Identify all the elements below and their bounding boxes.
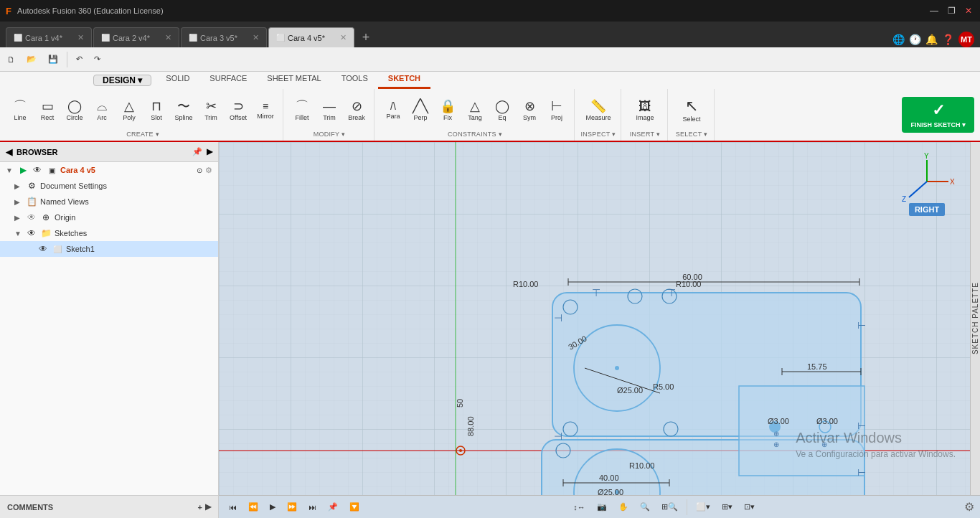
help-q-icon[interactable]: ❓ (942, 34, 954, 45)
play-btn[interactable]: ▶ (265, 498, 280, 517)
tree-item-sketches[interactable]: ▼ 👁 📁 Sketches (0, 225, 218, 241)
tree-item-named-views[interactable]: ▶ 📋 Named Views (0, 194, 218, 209)
mirror-tool[interactable]: ≡Mirror (253, 94, 278, 127)
tree-item-doc-settings[interactable]: ▶ ⚙ Document Settings (0, 178, 218, 194)
circle-tool[interactable]: ◯Circle (62, 94, 88, 127)
camera-btn[interactable]: 📷 (593, 498, 611, 517)
proj-constraint[interactable]: ⊢Proj (544, 94, 570, 127)
browser-pin[interactable]: 📌 (192, 147, 202, 156)
create-label[interactable]: CREATE ▾ (126, 131, 159, 139)
fillet-tool[interactable]: ⌒Fillet (289, 94, 315, 127)
camera-pin-btn[interactable]: 📌 (324, 498, 342, 517)
named-views-arrow[interactable]: ▶ (14, 198, 23, 206)
ribbon-tab-surface[interactable]: SURFACE (199, 72, 257, 89)
tab-cara3[interactable]: ⬜ Cara 3 v5* ✕ (181, 27, 267, 47)
grid-snap-btn[interactable]: ⊡▾ (740, 498, 759, 517)
constraints-label[interactable]: CONSTRAINTS ▾ (448, 131, 502, 139)
zoom-fit-btn[interactable]: ⊞🔍 (657, 498, 682, 517)
sym-constraint[interactable]: ⊗Sym (517, 94, 542, 127)
tab-close-cara3[interactable]: ✕ (253, 33, 259, 42)
view-orient-btn[interactable]: ↕↔ (569, 498, 590, 517)
sketch-palette-panel[interactable]: SKETCH PALETTE (970, 142, 980, 495)
trim-tool[interactable]: ✂Trim (198, 94, 224, 127)
play-end-btn[interactable]: ⏭ (304, 498, 321, 517)
modify-label[interactable]: MODIFY ▾ (314, 131, 346, 139)
canvas-area[interactable]: 60.00 60.00 15.75 R10.00 R10.00 R10.00 R… (219, 142, 970, 495)
trim2-tool[interactable]: —Trim (316, 94, 342, 127)
close-button[interactable]: ✕ (963, 5, 974, 17)
polygon-tool[interactable]: △Poly (116, 94, 142, 127)
select-label[interactable]: SELECT ▾ (676, 131, 708, 139)
select-tool[interactable]: ↖Select (674, 94, 710, 127)
tree-item-sketch1[interactable]: 👁 ⬜ Sketch1 (0, 241, 218, 257)
browser-arrow-left[interactable]: ◀ (6, 147, 12, 157)
offset-tool[interactable]: ⊃Offset (225, 94, 251, 127)
arc-tool[interactable]: ⌓Arc (89, 94, 115, 127)
slot-tool[interactable]: ⊓Slot (143, 94, 169, 127)
tab-cara1[interactable]: ⬜ Cara 1 v4* ✕ (6, 27, 92, 47)
browser-collapse[interactable]: ▶ (207, 147, 212, 156)
save-button[interactable]: 💾 (44, 50, 62, 69)
view-cube[interactable]: X Y Z RIGHT (898, 153, 956, 216)
explode-tool[interactable]: ⊘Break (344, 94, 369, 127)
measure-tool[interactable]: 📏Measure (580, 94, 616, 127)
sketches-arrow[interactable]: ▼ (14, 230, 23, 237)
eye-icon-origin[interactable]: 👁 (26, 212, 37, 223)
tangent-constraint[interactable]: △Tang (462, 94, 488, 127)
ribbon-tab-sketch[interactable]: SKETCH (378, 72, 430, 89)
eye-icon-root[interactable]: 👁 (32, 164, 43, 176)
finish-sketch-button[interactable]: ✓ FINISH SKETCH ▾ (902, 97, 974, 133)
play-fwd-btn[interactable]: ⏩ (283, 498, 301, 517)
spline-tool[interactable]: 〜Spline (171, 94, 197, 127)
redo-button[interactable]: ↷ (90, 50, 105, 69)
tree-item-origin[interactable]: ▶ 👁 ⊕ Origin (0, 209, 218, 225)
origin-arrow[interactable]: ▶ (14, 214, 23, 222)
tree-item-root[interactable]: ▼ ▶ 👁 ▣ Cara 4 v5 ⊙ ⚙ (0, 162, 218, 178)
clock-icon[interactable]: 🕐 (909, 34, 921, 45)
comments-collapse[interactable]: ▶ (205, 502, 211, 512)
zoom-btn[interactable]: 🔍 (636, 498, 654, 517)
tab-close-cara2[interactable]: ✕ (165, 33, 171, 42)
open-button[interactable]: 📂 (22, 50, 41, 69)
filter-btn[interactable]: 🔽 (345, 498, 364, 517)
new-tab-button[interactable]: + (356, 27, 376, 47)
grid-btn[interactable]: ⊞▾ (717, 498, 737, 517)
play-back-btn[interactable]: ⏪ (244, 498, 263, 517)
play-start-btn[interactable]: ⏮ (225, 498, 241, 517)
ribbon-tab-sheet-metal[interactable]: SHEET METAL (257, 72, 331, 89)
comments-add-btn[interactable]: + (198, 503, 202, 512)
insert-image-tool[interactable]: 🖼Image (627, 94, 663, 127)
tab-close-cara1[interactable]: ✕ (77, 33, 84, 42)
design-button[interactable]: DESIGN ▾ (93, 75, 151, 86)
lock-constraint[interactable]: 🔒Fix (435, 94, 461, 127)
ribbon-tab-solid[interactable]: SOLID (156, 72, 199, 89)
settings-icon-root[interactable]: ⚙ (205, 166, 212, 175)
perp-constraint[interactable]: ╱╲Perp (407, 94, 433, 127)
bell-icon[interactable]: 🔔 (925, 34, 938, 45)
settings-gear[interactable]: ⚙ (964, 500, 974, 514)
pan-btn[interactable]: ✋ (614, 498, 633, 517)
tab-cara2[interactable]: ⬜ Cara 2 v4* ✕ (93, 27, 179, 47)
eye-icon-sketch1[interactable]: 👁 (37, 243, 49, 255)
line-tool[interactable]: ⌒Line (7, 94, 33, 127)
inspect-label[interactable]: INSPECT ▾ (580, 131, 616, 139)
doc-settings-arrow[interactable]: ▶ (14, 182, 23, 190)
maximize-button[interactable]: ❐ (946, 5, 957, 17)
new-button[interactable]: 🗋 (3, 50, 19, 69)
help-icon[interactable]: 🌐 (892, 34, 905, 45)
parallel-constraint[interactable]: /\Para (380, 94, 406, 127)
tab-close-cara4[interactable]: ✕ (340, 33, 347, 42)
undo-button[interactable]: ↶ (72, 50, 87, 69)
eye-icon-sketches[interactable]: 👁 (26, 227, 37, 239)
root-expand-arrow[interactable]: ▼ (6, 166, 14, 174)
insert-label[interactable]: INSERT ▾ (630, 131, 661, 139)
rectangle-tool[interactable]: ▭Rect (34, 94, 60, 127)
view-label[interactable]: RIGHT (909, 203, 945, 216)
display-mode-btn[interactable]: ⬜▾ (692, 498, 715, 517)
minimize-button[interactable]: — (928, 5, 940, 17)
svg-text:R10.00: R10.00 (629, 461, 654, 470)
user-avatar[interactable]: MT (958, 32, 974, 47)
ribbon-tab-tools[interactable]: TOOLS (331, 72, 378, 89)
tab-cara4[interactable]: ⬜ Cara 4 v5* ✕ (268, 27, 354, 47)
equal-constraint[interactable]: ◯Eq (489, 94, 515, 127)
